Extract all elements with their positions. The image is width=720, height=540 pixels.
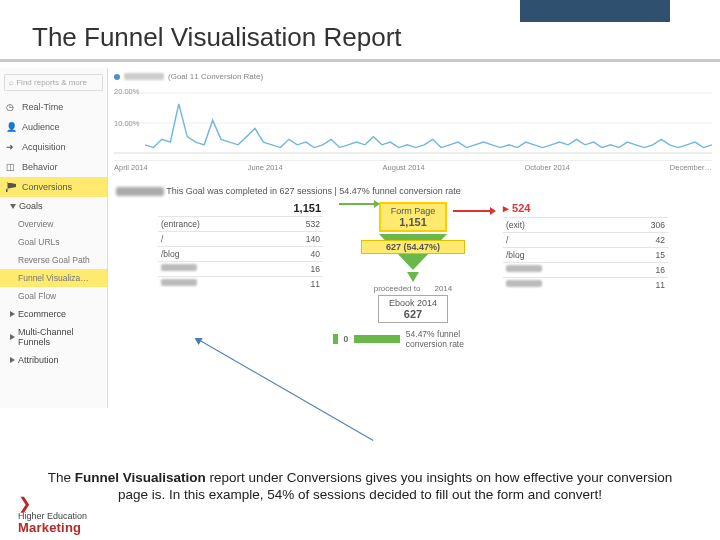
table-row[interactable]: /42 xyxy=(503,232,668,247)
xtick: June 2014 xyxy=(248,163,283,172)
sub-goal-urls[interactable]: Goal URLs xyxy=(0,233,107,251)
nav-label: Conversions xyxy=(22,182,72,192)
logo-icon: ❯ xyxy=(18,495,31,512)
line-chart[interactable]: 20.00% 10.00% xyxy=(114,83,712,161)
chart-svg xyxy=(114,83,712,161)
row-label-blurred xyxy=(506,280,542,287)
goal-completed-text: This Goal was completed in 627 sessions … xyxy=(116,186,712,196)
funnel-step-form-page: Form Page 1,151 xyxy=(379,202,448,232)
row-val: 42 xyxy=(656,235,665,245)
clock-icon: ◷ xyxy=(6,102,16,112)
row-label-blurred xyxy=(506,265,542,272)
brand-line2: Marketing xyxy=(18,521,87,534)
table-row[interactable]: 11 xyxy=(158,276,323,291)
cube-icon: ◫ xyxy=(6,162,16,172)
row-label: / xyxy=(506,235,508,245)
table-row[interactable]: (exit)306 xyxy=(503,217,668,232)
group-ecommerce[interactable]: Ecommerce xyxy=(0,305,107,323)
sub-goal-flow[interactable]: Goal Flow xyxy=(0,287,107,305)
search-icon: ⌕ xyxy=(9,78,14,87)
nav-acquisition[interactable]: ➜Acquisition xyxy=(0,137,107,157)
group-goals[interactable]: Goals xyxy=(0,197,107,215)
table-row[interactable]: /140 xyxy=(158,231,323,246)
slide-accent-bar xyxy=(520,0,670,22)
funnel-pass-value: 627 (54.47%) xyxy=(361,240,465,254)
table-row[interactable]: (entrance)532 xyxy=(158,216,323,231)
group-label: Ecommerce xyxy=(18,309,66,319)
table-row[interactable]: /blog40 xyxy=(158,246,323,261)
group-label: Multi-Channel Funnels xyxy=(18,327,101,347)
series-dot-icon xyxy=(114,74,120,80)
exits-table: ▸ 524 (exit)306 /42 /blog15 16 11 xyxy=(503,202,668,292)
funnel-icon: 627 (54.47%) xyxy=(379,234,447,270)
row-label: (entrance) xyxy=(161,219,200,229)
brand-logo: ❯ Higher Education Marketing xyxy=(18,496,87,534)
funnel-step-ebook: Ebook 2014 627 xyxy=(378,295,448,323)
progress-bar xyxy=(354,335,400,343)
row-val: 306 xyxy=(651,220,665,230)
legend-text: (Goal 11 Conversion Rate) xyxy=(168,72,263,81)
nav-real-time[interactable]: ◷Real-Time xyxy=(0,97,107,117)
row-label: (exit) xyxy=(506,220,525,230)
ytick: 20.00% xyxy=(114,87,139,96)
row-val: 532 xyxy=(306,219,320,229)
sidebar: ⌕ Find reports & more ◷Real-Time 👤Audien… xyxy=(0,68,108,408)
nav-label: Audience xyxy=(22,122,60,132)
nav-audience[interactable]: 👤Audience xyxy=(0,117,107,137)
report-main: (Goal 11 Conversion Rate) 20.00% 10.00% … xyxy=(108,68,720,408)
entries-table: 1,151 (entrance)532 /140 /blog40 16 11 xyxy=(158,202,323,291)
table-row[interactable]: 11 xyxy=(503,277,668,292)
nav-conversions[interactable]: Conversions xyxy=(0,177,107,197)
analytics-screenshot: ⌕ Find reports & more ◷Real-Time 👤Audien… xyxy=(0,68,720,408)
xtick: August 2014 xyxy=(383,163,425,172)
sub-overview[interactable]: Overview xyxy=(0,215,107,233)
nav-label: Acquisition xyxy=(22,142,66,152)
annotation-pointer-icon xyxy=(200,340,374,441)
proceeded-label: proceeded to xyxy=(374,284,421,293)
sub-funnel-visualization[interactable]: Funnel Visualiza… xyxy=(0,269,107,287)
caption-bold: Funnel Visualisation xyxy=(75,470,206,485)
nav-label: Behavior xyxy=(22,162,58,172)
arrow-icon: ➜ xyxy=(6,142,16,152)
row-label: / xyxy=(161,234,163,244)
chart-legend: (Goal 11 Conversion Rate) xyxy=(114,72,712,81)
completed-label: This Goal was completed in 627 sessions … xyxy=(166,186,461,196)
slide-caption: The Funnel Visualisation report under Co… xyxy=(40,470,680,504)
end-value: 0 xyxy=(344,334,349,344)
table-row[interactable]: 16 xyxy=(503,262,668,277)
chevron-right-icon xyxy=(10,334,15,340)
exits-total: ▸ 524 xyxy=(503,202,668,217)
x-axis-ticks: April 2014 June 2014 August 2014 October… xyxy=(114,161,712,180)
table-row[interactable]: /blog15 xyxy=(503,247,668,262)
funnel-area: 1,151 (entrance)532 /140 /blog40 16 11 F… xyxy=(114,202,712,349)
caption-pre: The xyxy=(48,470,75,485)
flag-icon xyxy=(6,182,16,192)
nav-behavior[interactable]: ◫Behavior xyxy=(0,157,107,177)
group-label: Goals xyxy=(19,201,43,211)
slide-title: The Funnel Visualisation Report xyxy=(32,22,720,53)
step-value: 627 xyxy=(389,308,437,320)
row-label: /blog xyxy=(161,249,179,259)
group-attribution[interactable]: Attribution xyxy=(0,351,107,369)
legend-blurred xyxy=(124,73,164,80)
row-val: 16 xyxy=(311,264,320,274)
row-val: 11 xyxy=(656,280,665,290)
row-val: 40 xyxy=(311,249,320,259)
sub-reverse-goal-path[interactable]: Reverse Goal Path xyxy=(0,251,107,269)
step-title: Ebook 2014 xyxy=(389,298,437,308)
xtick: October 2014 xyxy=(525,163,570,172)
proceeded-target: 2014 xyxy=(434,284,452,293)
table-row[interactable]: 16 xyxy=(158,261,323,276)
proceeded-row: proceeded to 2014 xyxy=(374,284,453,293)
group-multi-channel[interactable]: Multi-Channel Funnels xyxy=(0,323,107,351)
person-icon: 👤 xyxy=(6,122,16,132)
entry-arrow-icon xyxy=(339,203,375,205)
row-label-blurred xyxy=(161,264,197,271)
search-placeholder: Find reports & more xyxy=(16,78,87,87)
search-input[interactable]: ⌕ Find reports & more xyxy=(4,74,103,91)
step-title: Form Page xyxy=(391,206,436,216)
exits-total-val: 524 xyxy=(512,202,530,214)
row-val: 140 xyxy=(306,234,320,244)
chevron-right-icon xyxy=(10,311,15,317)
group-label: Attribution xyxy=(18,355,59,365)
